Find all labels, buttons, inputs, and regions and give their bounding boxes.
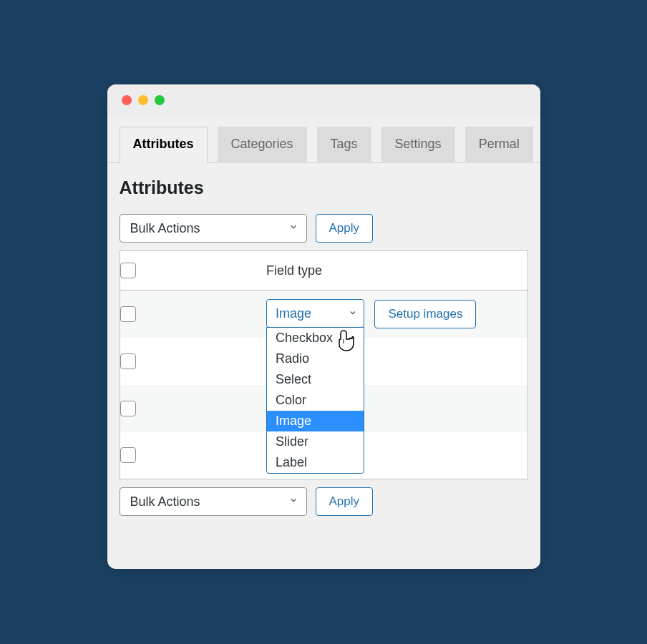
- tab-categories[interactable]: Categories: [218, 127, 307, 163]
- tab-attributes[interactable]: Attributes: [120, 127, 208, 163]
- dropdown-option-checkbox[interactable]: Checkbox: [267, 328, 364, 348]
- bulk-actions-select-wrapper: Bulk Actions: [120, 214, 307, 243]
- dropdown-option-color[interactable]: Color: [267, 390, 364, 411]
- row-checkbox[interactable]: [120, 447, 136, 463]
- dropdown-option-label[interactable]: Label: [267, 452, 364, 473]
- attributes-table: Field type Image Checkbox: [120, 250, 528, 479]
- app-window: Attributes Categories Tags Settings Perm…: [107, 84, 540, 569]
- header-checkbox-cell: [120, 251, 162, 291]
- field-type-select-container: Image Checkbox Radio Select Color Image …: [266, 299, 364, 328]
- row-checkbox[interactable]: [120, 401, 136, 416]
- setup-images-button[interactable]: Setup images: [374, 300, 476, 328]
- content-area: Attributes Bulk Actions Apply Field type: [107, 163, 540, 516]
- dropdown-option-slider[interactable]: Slider: [267, 431, 364, 452]
- apply-button-top[interactable]: Apply: [316, 214, 374, 243]
- dropdown-option-select[interactable]: Select: [267, 369, 364, 390]
- minimize-icon[interactable]: [138, 95, 148, 105]
- dropdown-option-radio[interactable]: Radio: [267, 348, 364, 369]
- titlebar: [107, 84, 540, 116]
- apply-button-bottom[interactable]: Apply: [316, 487, 374, 516]
- row-checkbox[interactable]: [120, 306, 136, 322]
- page-title: Attributes: [120, 177, 528, 198]
- field-type-dropdown: Checkbox Radio Select Color Image Slider…: [266, 327, 364, 474]
- close-icon[interactable]: [122, 95, 132, 105]
- tab-tags[interactable]: Tags: [317, 127, 371, 163]
- row-checkbox[interactable]: [120, 353, 136, 369]
- bulk-actions-select[interactable]: Bulk Actions: [120, 214, 307, 243]
- bulk-actions-select[interactable]: Bulk Actions: [120, 487, 307, 516]
- tab-settings[interactable]: Settings: [381, 127, 455, 163]
- tab-permalinks[interactable]: Permal: [465, 127, 533, 163]
- dropdown-option-image[interactable]: Image: [267, 411, 364, 431]
- bulk-actions-top: Bulk Actions Apply: [120, 214, 528, 243]
- bulk-actions-bottom: Bulk Actions Apply: [120, 487, 528, 516]
- select-all-checkbox[interactable]: [120, 263, 136, 278]
- tab-bar: Attributes Categories Tags Settings Perm…: [107, 116, 540, 163]
- table-row: Image Checkbox Radio Select Color Image …: [120, 291, 527, 338]
- bulk-actions-select-wrapper: Bulk Actions: [120, 487, 307, 516]
- field-type-select[interactable]: Image: [266, 299, 364, 328]
- header-field-type: Field type: [162, 251, 527, 291]
- maximize-icon[interactable]: [155, 95, 165, 105]
